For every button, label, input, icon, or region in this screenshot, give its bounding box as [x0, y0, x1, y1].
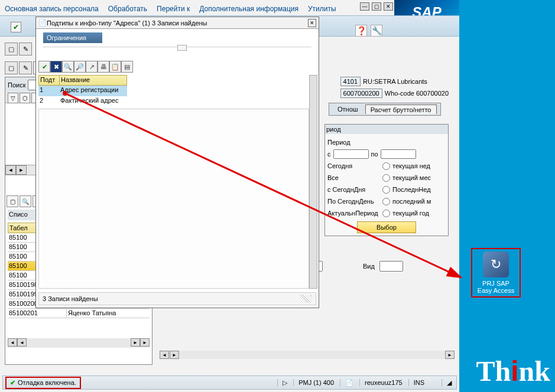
period-row: По СегоднДеньпоследний м	[327, 195, 446, 207]
popup-tool-icon[interactable]: ✖	[50, 61, 62, 73]
period-radio[interactable]	[382, 174, 390, 182]
to-label: по	[371, 151, 378, 158]
popup-title: Подтипы к инфо-типу "Адреса" (1) 3 Запис…	[47, 19, 207, 27]
period-box: риод Период с по Сегоднятекущая недВсете…	[324, 124, 449, 236]
popup-header-cell[interactable]: Подт	[39, 76, 60, 85]
desktop-shortcut[interactable]: ↻ PRJ SAP Easy Access	[471, 248, 521, 298]
menu-item[interactable]: Перейти к	[157, 5, 190, 17]
popup-tool-icon[interactable]: 🔍	[62, 61, 74, 73]
table-row[interactable]: 85100201Яценко Татьяна	[8, 309, 150, 318]
period-radio[interactable]	[382, 210, 390, 217]
popup-table-row[interactable]: 2Фактический адрес	[38, 96, 127, 107]
subtype-popup: 📄 Подтипы к инфо-типу "Адреса" (1) 3 Зап…	[35, 17, 319, 308]
status-text: Отладка включена.	[18, 379, 76, 386]
popup-tool-icon[interactable]: 🖶	[98, 61, 109, 73]
help-icon[interactable]: ❓	[355, 25, 367, 37]
cell: Яценко Татьяна	[67, 309, 150, 318]
shortcut-label: PRJ SAP Easy Access	[475, 280, 517, 294]
popup-tool-icon[interactable]: ▤	[121, 61, 133, 73]
table-hscroll[interactable]: ◄ ◄ ► ►	[8, 338, 150, 348]
status-right: ▷ PMJ (1) 400 📄 reuxеuuz175 INS ◢	[277, 379, 456, 387]
scroll-first-icon[interactable]: ◄	[8, 338, 17, 347]
from-input[interactable]	[333, 149, 369, 159]
period-option-label: Сегодня	[327, 162, 352, 169]
tree-expand-icon[interactable]: ▽	[8, 93, 18, 103]
scroll-left-icon[interactable]: ◄	[160, 351, 169, 359]
status-field: INS	[408, 379, 429, 386]
panel-hscroll[interactable]: ◄ ► ►	[160, 351, 455, 360]
popup-status: 3 Записи найдены	[38, 292, 316, 305]
resize-grip-icon[interactable]: ◢	[442, 379, 456, 387]
search-label: Поиск	[8, 81, 25, 89]
status-field: ▷	[277, 379, 292, 387]
enter-icon[interactable]: ✔	[11, 22, 21, 32]
menubar: Основная запись персонала Обработать Пер…	[5, 5, 388, 17]
scroll-last-icon[interactable]: ►	[140, 338, 150, 347]
menu-item[interactable]: Обработать	[108, 5, 147, 17]
vid-label: Вид	[363, 263, 375, 270]
status-bar: ✔ Отладка включена. ▷ PMJ (1) 400 📄 reux…	[2, 375, 457, 390]
popup-status-text: 3 Записи найдены	[43, 295, 98, 302]
status-field: reuxеuuz175	[359, 379, 407, 386]
period-row: Всетекущий мес	[327, 172, 446, 184]
popup-header-cell[interactable]: Название	[60, 76, 126, 85]
period-radio[interactable]	[382, 198, 390, 205]
resize-grip-icon[interactable]	[300, 295, 312, 303]
popup-tool-icon[interactable]: ↗	[86, 61, 98, 73]
thinkpad-logo: Think	[476, 355, 550, 387]
field-text: Who-code 600700020	[385, 90, 449, 97]
scroll-right-icon[interactable]: ►	[131, 338, 140, 347]
cell: Адрес регистрации	[59, 86, 127, 96]
period-radio-label: последний м	[392, 198, 446, 205]
period-radio[interactable]	[382, 162, 390, 170]
popup-tool-icon[interactable]: 📋	[109, 61, 121, 73]
tree-node-icon[interactable]: ⬡	[20, 93, 30, 103]
field-code: 6007000200	[340, 89, 382, 98]
scroll-right-icon[interactable]: ►	[170, 351, 179, 359]
period-radio[interactable]	[382, 186, 390, 194]
period-radio-label: ПоследнНед	[392, 186, 446, 193]
popup-tool-icon[interactable]: ✔	[38, 61, 50, 73]
tool-icon[interactable]: ✎	[19, 61, 32, 74]
scroll-right-icon[interactable]: ►	[16, 165, 27, 175]
tab[interactable]: Отнош	[333, 104, 363, 114]
cell: 2	[38, 96, 59, 107]
period-label: Период	[327, 139, 350, 146]
select-button[interactable]: Выбор	[357, 221, 416, 233]
menu-item[interactable]: Утилиты	[308, 5, 336, 17]
popup-table-row[interactable]: 1Адрес регистрации	[38, 86, 127, 96]
popup-tab[interactable]: Ограничения	[43, 32, 102, 43]
menu-item[interactable]: Дополнительная информация	[199, 5, 298, 17]
scroll-left-icon[interactable]: ◄	[17, 338, 27, 347]
vid-input[interactable]	[379, 261, 403, 272]
period-radio-label: текущий мес	[392, 174, 446, 181]
status-message: ✔ Отладка включена.	[5, 377, 81, 389]
menu-item[interactable]: Основная запись персонала	[5, 5, 99, 17]
tool-icon[interactable]: ✎	[19, 43, 32, 55]
tool-icon[interactable]: ▢	[5, 43, 18, 55]
popup-title-icon: 📄	[38, 19, 47, 27]
popup-close-icon[interactable]: ✕	[308, 19, 316, 27]
popup-separator[interactable]	[43, 47, 311, 47]
period-radio-label: текущий год	[392, 210, 446, 217]
from-label: с	[327, 151, 331, 158]
to-input[interactable]	[381, 149, 416, 159]
tool-icon[interactable]: ▢	[7, 195, 18, 207]
popup-vscroll[interactable]	[309, 75, 317, 289]
field-text: RU:SETRA Lubricants	[363, 78, 427, 85]
period-option-label: Все	[327, 174, 339, 181]
popup-table-header: Подт Название	[38, 75, 127, 86]
field-row: 4101 RU:SETRA Lubricants	[340, 77, 449, 86]
popup-toolbar: ✔✖🔍🔎↗🖶📋▤	[38, 61, 133, 73]
period-header: риод	[325, 125, 448, 134]
popup-tool-icon[interactable]: 🔎	[74, 61, 86, 73]
cell: 85100201	[8, 309, 67, 318]
status-field: PMJ (1) 400	[293, 379, 339, 386]
tools-icon[interactable]: 🔧	[371, 25, 382, 37]
tab-active[interactable]: Расчет брутто/нетто	[365, 104, 437, 114]
tool-icon[interactable]: ▢	[5, 61, 18, 74]
tool-icon[interactable]: 🔍	[20, 195, 31, 207]
scroll-left-icon[interactable]: ◄	[5, 165, 16, 175]
field-code: 4101	[340, 77, 361, 86]
scroll-right-icon[interactable]: ►	[445, 351, 455, 359]
